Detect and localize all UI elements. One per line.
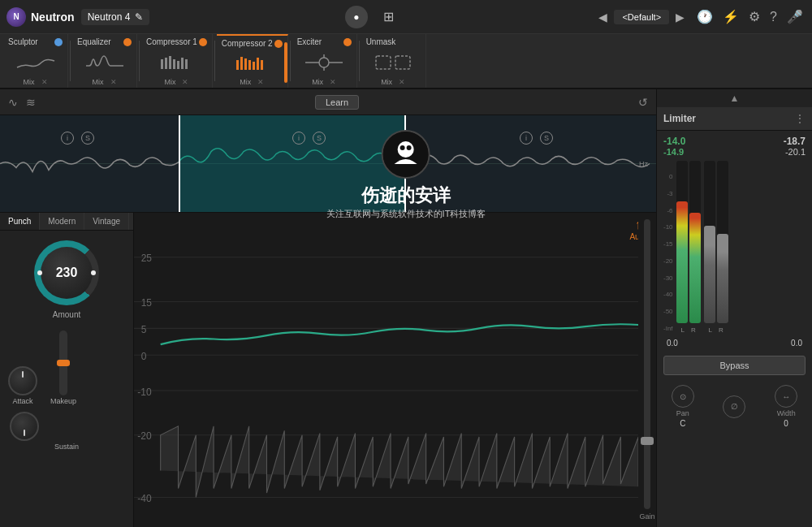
plugin-slot-equalizer[interactable]: Equalizer Mix ✕ [72, 34, 137, 88]
learn-button[interactable]: Learn [315, 95, 359, 110]
meter-scale: 0 -3 -6 -10 -15 -20 -30 -40 -50 -Inf [663, 171, 673, 334]
pan-group: ⊙ Pan C [672, 385, 694, 428]
mode-icon: ≋ [26, 96, 36, 109]
separator-2 [139, 41, 140, 81]
comp1-close[interactable]: ✕ [182, 78, 188, 86]
scale-6: -6 [663, 207, 673, 214]
punch-tabs: Punch Modern Vintage [0, 213, 133, 231]
collapse-icon[interactable]: ▲ [730, 93, 740, 104]
sustain-group: Sustain [0, 412, 133, 451]
attack-knob[interactable] [8, 366, 37, 395]
svg-rect-1 [165, 58, 167, 69]
plugin-name-exciter: Exciter [297, 37, 342, 46]
plugin-name-unmask: Unmask [366, 37, 421, 46]
info-badge-1[interactable]: i [61, 132, 74, 145]
svg-rect-11 [253, 62, 255, 70]
separator-1 [70, 41, 71, 81]
help-button[interactable]: ? [767, 7, 780, 27]
mic-button[interactable]: 🎤 [784, 6, 806, 27]
meter-labels-2: L R [708, 325, 723, 334]
gain-thumb[interactable] [641, 437, 654, 445]
exciter-svg [304, 53, 344, 72]
tab-punch[interactable]: Punch [0, 213, 40, 230]
sustain-knob[interactable] [10, 412, 39, 441]
pan-icon: ⊙ [680, 392, 686, 401]
amount-label: Amount [53, 310, 80, 319]
gain-slider-section: Gain [638, 213, 656, 527]
gain-label: Gain [639, 512, 654, 521]
tab-vintage[interactable]: Vintage [84, 213, 129, 230]
plugin-slot-unmask[interactable]: Unmask Mix ✕ [361, 34, 426, 88]
exciter-mix-label: Mix [312, 78, 323, 86]
amount-knob[interactable]: 230 [34, 240, 99, 305]
top-right-icons: 🕐 ⚡ ⚙ ? 🎤 [694, 6, 806, 27]
history-button[interactable]: 🕐 [694, 6, 715, 27]
unmask-svg [373, 53, 413, 72]
tab-modern[interactable]: Modern [40, 213, 84, 230]
meter-letter-l1: L [680, 326, 684, 334]
panel-menu-icon[interactable]: ⋮ [794, 112, 806, 125]
selection-region [179, 115, 406, 212]
meter-val-l1: -14.0 [663, 136, 685, 147]
s-badge-2[interactable]: S [313, 132, 326, 145]
plugin-slot-comp1[interactable]: Compressor 1 Mix ✕ [141, 34, 213, 88]
s-badge-1[interactable]: S [81, 132, 94, 145]
width-group: ↔ Width 0 [775, 385, 797, 428]
plugin-top-sculptor: Sculptor [8, 37, 63, 46]
plugin-slot-exciter[interactable]: Exciter Mix ✕ [292, 34, 357, 88]
val-bottom-left: 0.0 [667, 339, 678, 348]
unmask-close[interactable]: ✕ [399, 78, 405, 86]
plugin-top-exciter: Exciter [297, 37, 352, 46]
plugin-knob-comp1[interactable] [199, 38, 207, 46]
bypass-section: Bypass [657, 349, 812, 382]
exciter-close[interactable]: ✕ [330, 78, 336, 86]
width-knob[interactable]: ↔ [775, 385, 797, 408]
eq-close[interactable]: ✕ [110, 78, 117, 86]
graph-area: 25 15 5 0 -10 -20 -40 ↑ [134, 213, 656, 527]
sculptor-close[interactable]: ✕ [41, 78, 48, 86]
graph-canvas: 25 15 5 0 -10 -20 -40 ↑ [134, 213, 656, 527]
nav-forward-button[interactable]: ▶ [672, 9, 688, 25]
top-bar: N Neutron Neutron 4 ✎ ● ⊞ ◀ <Default> ▶ … [0, 0, 812, 34]
plugin-slot-comp2[interactable]: Compressor 2 Mix ✕ [217, 34, 288, 88]
scale-20: -20 [663, 257, 673, 265]
comp1-svg [156, 53, 197, 72]
plugin-knob-eq[interactable] [123, 38, 132, 46]
plugin-name-comp2: Compressor 2 [222, 39, 273, 48]
plugin-knob-sculptor[interactable] [54, 38, 63, 46]
svg-point-14 [319, 58, 329, 67]
plugin-knob-comp2[interactable] [274, 40, 283, 48]
meter-left-vals: -14.0 -14.9 [663, 136, 685, 157]
svg-rect-2 [169, 56, 171, 69]
info-badge-2[interactable]: i [292, 132, 305, 145]
nav-back-button[interactable]: ◀ [595, 9, 611, 25]
grid-button[interactable]: ⊞ [378, 6, 400, 28]
pan-width-row: ⊙ Pan C ∅ ↔ Width 0 [657, 382, 812, 431]
makeup-label: Makeup [50, 397, 76, 405]
bypass-button[interactable]: Bypass [663, 356, 806, 375]
gain-slider[interactable] [644, 219, 650, 509]
hz-label: Hz [639, 160, 648, 168]
plugin-slot-sculptor[interactable]: Sculptor Mix ✕ [3, 34, 68, 88]
comp2-close[interactable]: ✕ [257, 78, 264, 86]
separator-3 [214, 41, 215, 81]
null-knob[interactable]: ∅ [723, 395, 745, 418]
preset-bar[interactable]: Neutron 4 ✎ [81, 9, 150, 25]
pan-knob[interactable]: ⊙ [672, 385, 694, 408]
refresh-icon[interactable]: ↺ [638, 96, 648, 109]
plugin-top-unmask: Unmask [366, 37, 421, 46]
settings-button[interactable]: ⚙ [746, 6, 762, 27]
scale-30: -30 [663, 274, 673, 282]
plugin-knob-exciter[interactable] [343, 38, 352, 46]
width-icon: ↔ [782, 392, 790, 401]
meter-labels-1: L R [680, 325, 695, 334]
s-badge-3[interactable]: S [540, 132, 553, 145]
visualization-button[interactable]: ● [345, 6, 368, 28]
plugin-visual-comp2 [222, 52, 283, 75]
lightning-button[interactable]: ⚡ [720, 6, 741, 27]
null-group: ∅ [723, 395, 745, 418]
info-badge-3[interactable]: i [520, 132, 533, 145]
makeup-slider[interactable] [59, 330, 67, 395]
svg-text:5: 5 [141, 324, 147, 335]
edit-icon[interactable]: ✎ [135, 11, 143, 23]
